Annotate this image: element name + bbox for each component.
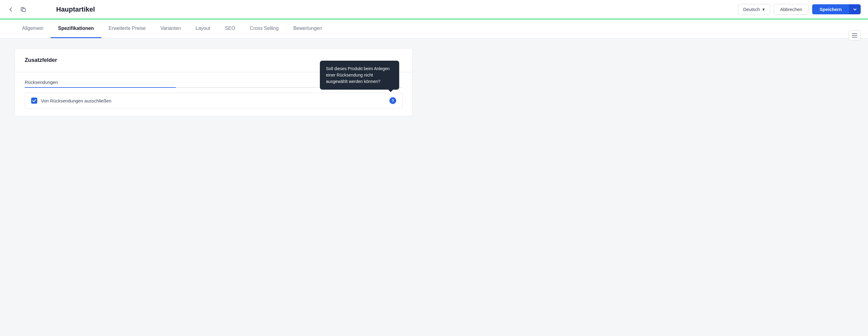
tab-allgemein[interactable]: Allgemein bbox=[14, 20, 51, 38]
menu-icon-container bbox=[848, 31, 861, 40]
back-icon[interactable] bbox=[7, 6, 14, 13]
card-title: Zusatzfelder bbox=[25, 57, 57, 63]
svg-rect-0 bbox=[22, 8, 25, 11]
svg-rect-1 bbox=[852, 33, 857, 34]
language-chevron: ▾ bbox=[763, 7, 765, 12]
tab-cross-selling[interactable]: Cross Selling bbox=[243, 20, 286, 38]
header-actions: Deutsch ▾ Abbrechen Speichern bbox=[738, 4, 861, 15]
ruecksendungen-section: Rücksendungen Von Rücksendungen ausschli… bbox=[15, 72, 412, 116]
main-content: Zusatzfelder Rücksendungen Von Rücksendu… bbox=[0, 48, 427, 116]
tab-varianten[interactable]: Varianten bbox=[153, 20, 188, 38]
copy-icon[interactable] bbox=[20, 6, 27, 13]
help-icon-container: ? Soll dieses Produkt beim Anlegen einer… bbox=[390, 97, 396, 104]
save-button-group: Speichern bbox=[812, 4, 861, 14]
header: Hauptartikel Deutsch ▾ Abbrechen Speiche… bbox=[0, 0, 868, 20]
tabs-container: Allgemein Spezifikationen Erweiterte Pre… bbox=[0, 20, 868, 38]
svg-rect-3 bbox=[852, 37, 857, 37]
exclude-returns-checkbox[interactable] bbox=[31, 98, 37, 104]
language-label: Deutsch bbox=[743, 7, 760, 12]
page-title: Hauptartikel bbox=[56, 5, 95, 13]
tab-layout[interactable]: Layout bbox=[188, 20, 218, 38]
zusatzfelder-card: Zusatzfelder Rücksendungen Von Rücksendu… bbox=[14, 48, 413, 116]
svg-rect-2 bbox=[852, 35, 857, 36]
checkbox-row: Von Rücksendungen ausschließen ? Soll di… bbox=[25, 93, 403, 108]
tab-spezifikationen[interactable]: Spezifikationen bbox=[51, 20, 101, 38]
language-selector[interactable]: Deutsch ▾ bbox=[738, 4, 770, 15]
tooltip: Soll dieses Produkt beim Anlegen einer R… bbox=[320, 61, 399, 90]
header-left: Hauptartikel bbox=[7, 5, 95, 13]
save-button[interactable]: Speichern bbox=[812, 4, 849, 14]
menu-button[interactable] bbox=[848, 31, 861, 40]
tab-seo[interactable]: SEO bbox=[218, 20, 243, 38]
cancel-button[interactable]: Abbrechen bbox=[774, 4, 809, 14]
save-dropdown-button[interactable] bbox=[849, 4, 861, 14]
help-icon[interactable]: ? bbox=[390, 97, 396, 104]
tab-bewertungen[interactable]: Bewertungen bbox=[286, 20, 329, 38]
tabs: Allgemein Spezifikationen Erweiterte Pre… bbox=[14, 20, 854, 38]
checkbox-left: Von Rücksendungen ausschließen bbox=[31, 98, 112, 104]
tab-erweiterte-preise[interactable]: Erweiterte Preise bbox=[101, 20, 153, 38]
checkbox-label: Von Rücksendungen ausschließen bbox=[41, 98, 112, 103]
